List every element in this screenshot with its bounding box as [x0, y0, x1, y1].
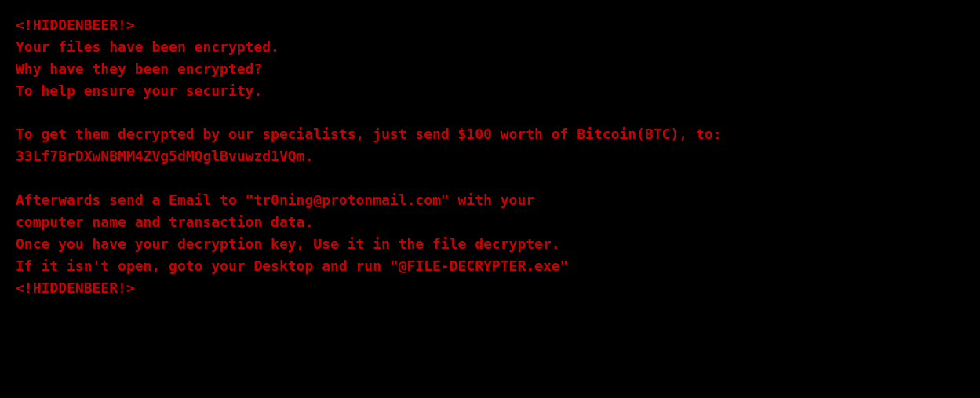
ransom-note-container: <!HIDDENBEER!> Your files have been encr… — [16, 14, 964, 299]
ransom-note-text: <!HIDDENBEER!> Your files have been encr… — [16, 14, 964, 299]
